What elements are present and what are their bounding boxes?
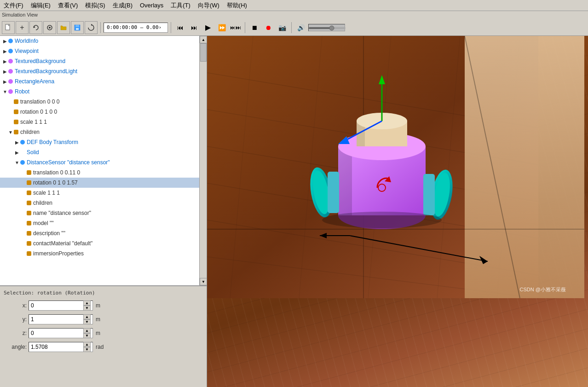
arrow-viewpoint: ▶ (2, 49, 8, 54)
dot-ds-rotation (27, 180, 31, 185)
prop-unit-angle: rad (96, 344, 104, 350)
play-button[interactable]: ▶ (202, 21, 214, 34)
spinner-z[interactable]: ▲ ▼ (83, 328, 91, 338)
tree-item-robot-rotation[interactable]: rotation 0 1 0 0 (0, 107, 199, 117)
spinner-y-up[interactable]: ▲ (83, 314, 91, 319)
goto-start-button[interactable]: ⏮ (174, 21, 187, 34)
spinner-angle-up[interactable]: ▲ (83, 342, 91, 347)
volume-button[interactable]: 🔊 (294, 21, 307, 34)
new-button[interactable] (2, 21, 15, 34)
label-texturedbglight: TexturedBackgroundLight (15, 68, 77, 75)
spinner-z-down[interactable]: ▼ (83, 333, 91, 338)
dot-ds-children (27, 201, 31, 205)
record-button[interactable]: ⏺ (262, 21, 275, 34)
svg-marker-2 (34, 26, 35, 28)
robot-3d-view: CSDN @小雅不采薇 (207, 36, 588, 387)
label-ds-model: model "" (33, 220, 54, 226)
prop-input-y[interactable]: 1 ▲ ▼ (29, 314, 93, 324)
prop-input-angle[interactable]: 1.5708 ▲ ▼ (29, 342, 93, 352)
scroll-thumb[interactable] (200, 43, 207, 62)
tree-item-rectanglearena[interactable]: ▶ RectangleArena (0, 76, 199, 87)
svg-point-4 (49, 27, 51, 29)
tree-item-texturedbglight[interactable]: ▶ TexturedBackgroundLight (0, 66, 199, 76)
volume-slider[interactable] (308, 24, 345, 31)
dot-texturedbg (8, 59, 13, 64)
dot-robot-children (14, 130, 18, 134)
tree-item-distance-sensor[interactable]: ▼ DistanceSensor "distance sensor" (0, 157, 199, 168)
screenshot-button[interactable]: 📷 (276, 21, 288, 34)
prop-input-z[interactable]: 0 ▲ ▼ (29, 328, 93, 338)
toolbar-separator-1 (100, 22, 101, 33)
main-area: ▶ WorldInfo ▶ Viewpoint ▶ Texture (0, 36, 588, 387)
tools-menu[interactable]: 工具(T) (169, 1, 192, 10)
tree-item-robot[interactable]: ▼ Robot (0, 87, 199, 97)
dot-ds-name (27, 211, 31, 215)
overlays-menu[interactable]: Overlays (138, 1, 165, 9)
canvas-background: CSDN @小雅不采薇 (207, 36, 588, 387)
edit-menu[interactable]: 编辑(E) (29, 1, 52, 10)
tree-item-ds-children[interactable]: children (0, 198, 199, 208)
svg-marker-8 (91, 24, 92, 26)
open-button[interactable] (57, 21, 70, 34)
dot-texturedbglight (8, 69, 13, 74)
tree-item-robot-children[interactable]: ▼ children (0, 127, 199, 137)
left-panel: ▶ WorldInfo ▶ Viewpoint ▶ Texture (0, 36, 207, 387)
tree-item-ds-immersion[interactable]: immersionProperties (0, 248, 199, 259)
stop-button[interactable]: ⏹ (248, 21, 261, 34)
add-button[interactable]: + (16, 21, 29, 34)
scroll-down-button[interactable]: ▼ (200, 278, 207, 285)
tree-item-ds-translation[interactable]: translation 0 0.11 0 (0, 168, 199, 178)
tree-item-ds-name[interactable]: name "distance sensor" (0, 208, 199, 218)
view-button[interactable] (43, 21, 56, 34)
tree-item-ds-model[interactable]: model "" (0, 218, 199, 228)
spinner-x-up[interactable]: ▲ (83, 300, 91, 306)
prop-value-angle: 1.5708 (31, 344, 48, 350)
scroll-up-button[interactable]: ▲ (200, 36, 207, 43)
spinner-z-up[interactable]: ▲ (83, 328, 91, 333)
spinner-y-down[interactable]: ▼ (83, 319, 91, 324)
label-ds-children: children (33, 200, 52, 206)
prop-unit-x: m (96, 302, 100, 309)
tree-item-ds-description[interactable]: description "" (0, 228, 199, 238)
label-ds-description: description "" (33, 230, 65, 237)
tree-item-ds-contact[interactable]: contactMaterial "default" (0, 238, 199, 248)
dot-def-body (20, 140, 25, 144)
tree-item-def-body[interactable]: ▶ DEF Body Transform (0, 137, 199, 147)
prop-input-x[interactable]: 0 ▲ ▼ (29, 300, 93, 311)
tree-item-texturedbg[interactable]: ▶ TexturedBackground (0, 56, 199, 66)
dot-ds-translation (27, 170, 31, 175)
spinner-angle-down[interactable]: ▼ (83, 347, 91, 352)
step-button[interactable]: ⏭ (188, 21, 201, 34)
view-3d[interactable]: CSDN @小雅不采薇 (207, 36, 588, 387)
fast-forward-button[interactable]: ⏩ (215, 21, 228, 34)
prop-unit-z: m (96, 330, 100, 336)
gen-menu[interactable]: 生成(B) (111, 1, 134, 10)
spinner-x[interactable]: ▲ ▼ (83, 300, 91, 311)
sim-menu[interactable]: 模拟(S) (83, 1, 107, 10)
reload-button[interactable] (29, 21, 42, 34)
spinner-x-down[interactable]: ▼ (83, 306, 91, 311)
tree-item-worldinfo[interactable]: ▶ WorldInfo (0, 36, 199, 46)
tree-item-solid[interactable]: ▶ Solid (0, 147, 199, 157)
prop-value-x: 0 (31, 302, 34, 309)
scroll-track[interactable] (200, 43, 207, 278)
help-menu[interactable]: 帮助(H) (225, 1, 249, 10)
tree-item-robot-translation[interactable]: translation 0 0 0 (0, 97, 199, 107)
scene-tree[interactable]: ▶ WorldInfo ▶ Viewpoint ▶ Texture (0, 36, 207, 286)
fast-fast-forward-button[interactable]: ⏭⏭ (229, 21, 242, 34)
tree-scrollbar[interactable]: ▲ ▼ (199, 36, 207, 285)
tree-item-ds-scale[interactable]: scale 1 1 1 (0, 188, 199, 198)
time-display: 0:00:00:00 – 0.00› (104, 23, 168, 33)
view-menu[interactable]: 查看(V) (56, 1, 80, 10)
arrow-distance-sensor: ▼ (14, 160, 20, 165)
tree-item-viewpoint[interactable]: ▶ Viewpoint (0, 46, 199, 56)
wizard-menu[interactable]: 向导(W) (196, 1, 221, 10)
file-menu[interactable]: 文件(F) (2, 1, 25, 10)
spinner-y[interactable]: ▲ ▼ (83, 314, 91, 324)
refresh-button[interactable] (85, 21, 98, 34)
prop-label-y: y: (4, 316, 27, 323)
tree-item-ds-rotation[interactable]: rotation 0 1 0 1.57 (0, 178, 199, 188)
spinner-angle[interactable]: ▲ ▼ (83, 342, 91, 352)
save-button[interactable] (71, 21, 84, 34)
tree-item-robot-scale[interactable]: scale 1 1 1 (0, 117, 199, 127)
